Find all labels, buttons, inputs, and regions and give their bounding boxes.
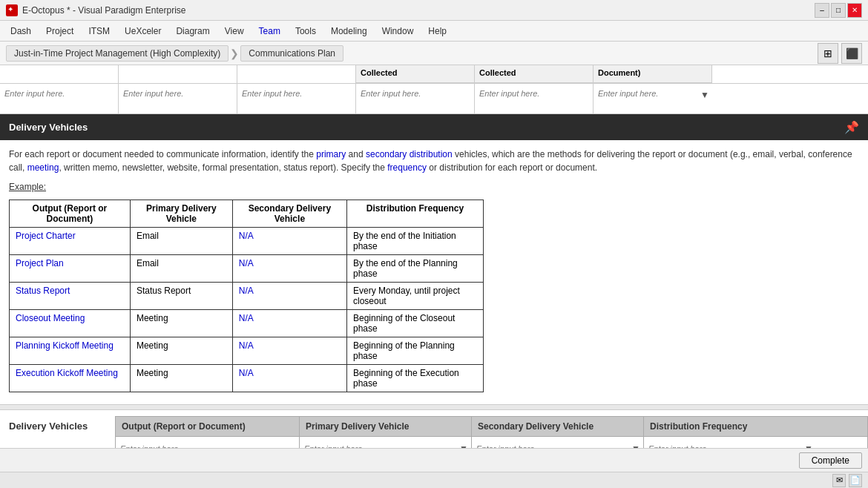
row-0-secondary: N/A — [232, 228, 346, 255]
ex-col-secondary: Secondary Delivery Vehicle — [232, 200, 346, 228]
grid-icon[interactable]: ⊞ — [818, 43, 838, 64]
row-5-secondary: N/A — [232, 365, 346, 392]
delivery-col-secondary: Secondary Delivery Vehicle — [472, 417, 644, 436]
row-2-primary: Status Report — [130, 283, 232, 310]
row-4-output[interactable]: Planning Kickoff Meeting — [10, 337, 131, 365]
breadcrumb-page[interactable]: Communications Plan — [240, 45, 343, 62]
row-0-primary: Email — [130, 228, 232, 255]
row-3-frequency: Beginning of the Closeout phase — [346, 310, 483, 337]
delivery-table-area: Output (Report or Document) Primary Deli… — [115, 416, 868, 448]
main-content: Collected Collected Document) ▼ — [0, 65, 868, 448]
row-2-secondary: N/A — [232, 283, 346, 310]
delivery-vehicles-header: Delivery Vehicles 📌 — [0, 114, 868, 140]
highlight-distribution: distribution — [410, 149, 453, 159]
col-header-document: Document) — [594, 65, 712, 83]
highlight-primary: primary — [316, 149, 346, 159]
maximize-button[interactable]: □ — [831, 3, 846, 18]
email-status-icon[interactable]: ✉ — [832, 474, 846, 487]
row-5-primary: Meeting — [130, 365, 232, 392]
row-3-output[interactable]: Closeout Meeting — [10, 310, 131, 337]
breadcrumb-bar: Just-in-Time Project Management (High Co… — [0, 42, 868, 65]
top-table: Collected Collected Document) ▼ — [0, 65, 868, 114]
title-bar: E-Octopus * - Visual Paradigm Enterprise… — [0, 0, 868, 21]
row-2-frequency: Every Monday, until project closeout — [346, 283, 483, 310]
delivery-input-row: ▼ ▼ ▼ — [115, 437, 868, 448]
ex-col-primary: Primary Delivery Vehicle — [130, 200, 232, 228]
bottom-bar: Complete — [0, 448, 868, 472]
breadcrumb-project[interactable]: Just-in-Time Project Management (High Co… — [6, 45, 228, 62]
minimize-button[interactable]: – — [815, 3, 829, 18]
menu-uexceler[interactable]: UeXceler — [117, 23, 168, 39]
table-row: Closeout Meeting Meeting N/A Beginning o… — [10, 310, 484, 337]
row-4-secondary: N/A — [232, 337, 346, 365]
row-5-output[interactable]: Execution Kickoff Meeting — [10, 365, 131, 392]
menu-team[interactable]: Team — [251, 23, 288, 39]
delivery-col-frequency: Distribution Frequency — [644, 417, 816, 436]
row-4-frequency: Beginning of the Planning phase — [346, 337, 483, 365]
menu-tools[interactable]: Tools — [288, 23, 323, 39]
table-row: Execution Kickoff Meeting Meeting N/A Be… — [10, 365, 484, 392]
complete-button[interactable]: Complete — [799, 452, 862, 469]
description-text: For each report or document needed to co… — [0, 140, 868, 179]
delivery-input-secondary: ▼ — [472, 437, 644, 448]
table-row: Project Plan Email N/A By the end of the… — [10, 255, 484, 283]
row-1-primary: Email — [130, 255, 232, 283]
menu-window[interactable]: Window — [375, 23, 421, 39]
menu-modeling[interactable]: Modeling — [323, 23, 375, 39]
layout-icon[interactable]: ⬛ — [841, 43, 862, 64]
menu-itsm[interactable]: ITSM — [81, 23, 117, 39]
top-input-6[interactable] — [598, 89, 697, 98]
ex-col-output: Output (Report or Document) — [10, 200, 131, 228]
menu-dash[interactable]: Dash — [3, 23, 39, 39]
delivery-input-section: Delivery Vehicles Output (Report or Docu… — [0, 410, 868, 448]
delivery-input-label: Delivery Vehicles — [0, 416, 115, 436]
delivery-col-output: Output (Report or Document) — [116, 417, 300, 436]
top-input-1[interactable] — [4, 89, 114, 98]
row-0-output[interactable]: Project Charter — [10, 228, 131, 255]
table-row: Project Charter Email N/A By the end of … — [10, 228, 484, 255]
top-input-4[interactable] — [361, 89, 470, 98]
delivery-input-frequency: ▼ — [644, 437, 816, 448]
menu-view[interactable]: View — [217, 23, 251, 39]
row-0-frequency: By the end of the Initiation phase — [346, 228, 483, 255]
document-status-icon[interactable]: 📄 — [849, 474, 862, 487]
row-5-frequency: Beginning of the Execution phase — [346, 365, 483, 392]
col-header-collected2: Collected — [475, 65, 594, 83]
breadcrumb-arrow: ❯ — [230, 47, 239, 59]
section-divider — [0, 404, 868, 410]
pin-icon[interactable]: 📌 — [844, 120, 859, 134]
delivery-table-headers: Output (Report or Document) Primary Deli… — [115, 416, 868, 437]
row-3-secondary: N/A — [232, 310, 346, 337]
table-row: Planning Kickoff Meeting Meeting N/A Beg… — [10, 337, 484, 365]
menu-help[interactable]: Help — [421, 23, 454, 39]
highlight-meeting: meeting — [27, 162, 59, 173]
row-3-primary: Meeting — [130, 310, 232, 337]
highlight-secondary: secondary — [366, 149, 407, 159]
menu-project[interactable]: Project — [39, 23, 81, 39]
app-icon — [6, 4, 18, 16]
top-input-2[interactable] — [123, 89, 232, 98]
example-text: Example: — [9, 182, 46, 192]
row-1-frequency: By the end of the Planning phase — [346, 255, 483, 283]
col-header-collected1: Collected — [356, 65, 475, 83]
row-4-primary: Meeting — [130, 337, 232, 365]
top-input-3[interactable] — [242, 89, 351, 98]
dropdown-arrow-top[interactable]: ▼ — [700, 90, 709, 100]
top-input-5[interactable] — [479, 89, 588, 98]
highlight-frequency: frequency — [387, 162, 427, 173]
row-1-output[interactable]: Project Plan — [10, 255, 131, 283]
toolbar-icons: ⊞ ⬛ — [818, 43, 862, 64]
row-2-output[interactable]: Status Report — [10, 283, 131, 310]
delivery-input-primary: ▼ — [300, 437, 472, 448]
example-table: Output (Report or Document) Primary Deli… — [9, 200, 484, 392]
example-label: Example: — [0, 179, 868, 195]
row-1-secondary: N/A — [232, 255, 346, 283]
delivery-col-primary: Primary Delivery Vehicle — [300, 417, 472, 436]
close-button[interactable]: ✕ — [847, 3, 862, 18]
title-text: E-Octopus * - Visual Paradigm Enterprise — [22, 5, 815, 16]
ex-col-frequency: Distribution Frequency — [346, 200, 483, 228]
menu-diagram[interactable]: Diagram — [168, 23, 217, 39]
menu-bar: Dash Project ITSM UeXceler Diagram View … — [0, 21, 868, 42]
delivery-input-output — [116, 437, 300, 448]
table-row: Status Report Status Report N/A Every Mo… — [10, 283, 484, 310]
